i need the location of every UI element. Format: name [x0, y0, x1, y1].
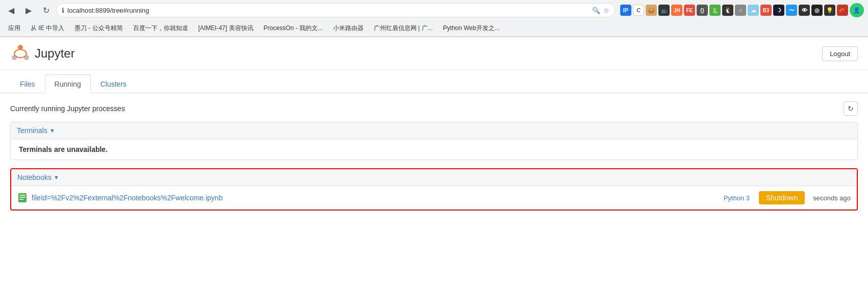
ring-ext-icon[interactable]: ◎: [811, 5, 823, 16]
page-content: Jupyter Logout Files Running Clusters Cu…: [0, 37, 868, 227]
back-button[interactable]: ◀: [4, 3, 18, 17]
address-bar[interactable]: ℹ localhost:8899/tree#running 🔍 ☆: [56, 3, 615, 17]
ip-ext-icon[interactable]: IP: [620, 5, 631, 16]
terminals-panel: Terminals ▼ Terminals are unavailable.: [10, 122, 858, 160]
python-ext-icon[interactable]: 🐍: [709, 5, 721, 16]
eye-ext-icon[interactable]: 👁: [799, 5, 810, 16]
refresh-button[interactable]: ↻: [844, 101, 858, 116]
terminals-chevron-icon: ▼: [49, 127, 55, 134]
bookmark-apps-label: 应用: [8, 24, 20, 33]
address-bar-row: ◀ ▶ ↻ ℹ localhost:8899/tree#running 🔍 ☆ …: [0, 0, 868, 20]
url-text: localhost:8899/tree#running: [67, 7, 589, 14]
bookmark-python[interactable]: Python Web开发之...: [439, 23, 504, 34]
notebooks-panel: Notebooks ▼ fileId=%2Fv2%2Fexternal%2Fno…: [10, 168, 858, 211]
bookmark-python-label: Python Web开发之...: [443, 24, 500, 33]
monitor-ext-icon[interactable]: 📺: [658, 5, 670, 16]
terminals-panel-header[interactable]: Terminals ▼: [11, 122, 857, 139]
jupyter-logo: Jupyter: [10, 43, 75, 64]
extension-icons: IP C 🍪 📺 JH FE {} 🐍 🐧 ○ ☁ B3 ☽ 〜 👁 ◎ 💡 🍅…: [620, 3, 864, 17]
bookmark-ie-label: 从 IE 中导入: [31, 24, 64, 33]
terminals-panel-body: Terminals are unavailable.: [11, 139, 857, 160]
notebook-link[interactable]: fileId=%2Fv2%2Fexternal%2Fnotebooks%2Fwe…: [32, 194, 720, 202]
kernel-badge: Python 3: [724, 194, 750, 202]
bulb-ext-icon[interactable]: 💡: [824, 5, 835, 16]
brackets-ext-icon[interactable]: {}: [697, 5, 708, 16]
b3-ext-icon[interactable]: B3: [760, 5, 772, 16]
bookmark-star-icon: ☆: [603, 7, 609, 14]
penguin-ext-icon[interactable]: 🐧: [722, 5, 733, 16]
notebooks-header-text: Notebooks: [17, 173, 52, 181]
cookie-ext-icon[interactable]: 🍪: [646, 5, 657, 16]
notebook-file-icon: [17, 193, 28, 203]
bookmarks-bar: 应用 从 IE 中导入 墨刀 - 公众号精简 百度一下，你就知道 [AIMEI-…: [0, 20, 868, 37]
jupyter-logo-text: Jupyter: [35, 46, 75, 61]
tab-running[interactable]: Running: [45, 74, 91, 93]
c-ext-icon[interactable]: C: [633, 5, 644, 16]
shutdown-button[interactable]: Shutdown: [759, 191, 805, 204]
circle-ext-icon[interactable]: ○: [735, 5, 746, 16]
bookmark-baidu[interactable]: 百度一下，你就知道: [129, 23, 192, 34]
terminals-unavailable-text: Terminals are unavailable.: [19, 145, 108, 153]
forward-button[interactable]: ▶: [21, 3, 36, 17]
search-icon: 🔍: [592, 7, 600, 14]
page-header: Jupyter Logout: [0, 37, 868, 70]
bookmark-ie[interactable]: 从 IE 中导入: [27, 23, 68, 34]
bookmark-aimei[interactable]: [AIMEI-47] 美容快讯: [194, 23, 258, 34]
bookmark-guangzhou[interactable]: 广州红盾信息网 | 广...: [370, 23, 437, 34]
time-ago-text: seconds ago: [813, 194, 851, 202]
terminals-header-text: Terminals: [17, 126, 47, 135]
tab-files[interactable]: Files: [10, 74, 45, 93]
logout-button[interactable]: Logout: [822, 46, 858, 61]
lock-icon: ℹ: [62, 7, 64, 14]
bookmark-processon[interactable]: ProcessOn - 我的文...: [260, 23, 327, 34]
browser-chrome: ◀ ▶ ↻ ℹ localhost:8899/tree#running 🔍 ☆ …: [0, 0, 868, 37]
reload-button[interactable]: ↻: [39, 3, 53, 17]
avatar-icon[interactable]: 👤: [850, 3, 864, 17]
bookmark-modao-label: 墨刀 - 公众号精简: [74, 24, 123, 33]
fe-ext-icon[interactable]: FE: [684, 5, 695, 16]
bookmark-xiaomi[interactable]: 小米路由器: [329, 23, 368, 34]
notebooks-panel-header[interactable]: Notebooks ▼: [11, 169, 857, 186]
svg-rect-7: [19, 199, 23, 200]
svg-rect-5: [19, 195, 25, 196]
notebooks-chevron-icon: ▼: [54, 174, 59, 180]
bookmark-guangzhou-label: 广州红盾信息网 | 广...: [374, 24, 433, 33]
bookmark-apps[interactable]: 应用: [4, 23, 24, 34]
tomato-ext-icon[interactable]: 🍅: [837, 5, 848, 16]
jupyter-logo-icon: [10, 43, 31, 64]
cloud-ext-icon[interactable]: ☁: [748, 5, 759, 16]
bookmark-baidu-label: 百度一下，你就知道: [133, 24, 188, 33]
bookmark-processon-label: ProcessOn - 我的文...: [264, 24, 323, 33]
wave-ext-icon[interactable]: 〜: [786, 5, 797, 16]
bookmark-xiaomi-label: 小米路由器: [333, 24, 364, 33]
tab-clusters[interactable]: Clusters: [91, 74, 136, 93]
jh-ext-icon[interactable]: JH: [671, 5, 682, 16]
bookmark-modao[interactable]: 墨刀 - 公众号精简: [70, 23, 127, 34]
bookmark-aimei-label: [AIMEI-47] 美容快讯: [198, 24, 253, 33]
moon-ext-icon[interactable]: ☽: [773, 5, 784, 16]
section-header-row: Currently running Jupyter processes ↻: [10, 101, 858, 116]
main-content: Currently running Jupyter processes ↻ Te…: [0, 93, 868, 227]
section-title: Currently running Jupyter processes: [10, 104, 125, 113]
notebook-item: fileId=%2Fv2%2Fexternal%2Fnotebooks%2Fwe…: [11, 186, 857, 210]
tabs-row: Files Running Clusters: [0, 74, 868, 93]
svg-point-3: [14, 49, 27, 58]
svg-rect-6: [19, 197, 25, 198]
